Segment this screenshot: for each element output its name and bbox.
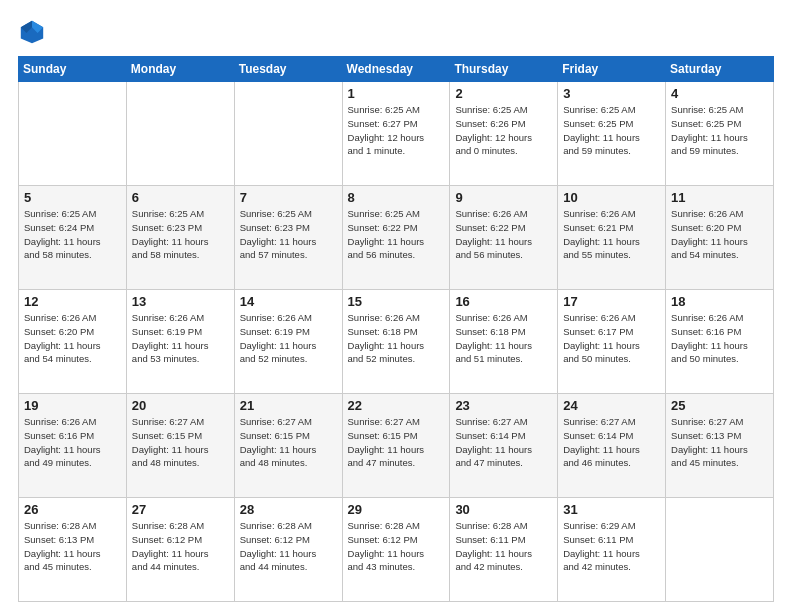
calendar-cell: 17Sunrise: 6:26 AM Sunset: 6:17 PM Dayli… — [558, 290, 666, 394]
day-info: Sunrise: 6:26 AM Sunset: 6:21 PM Dayligh… — [563, 207, 660, 262]
day-number: 26 — [24, 502, 121, 517]
day-number: 20 — [132, 398, 229, 413]
day-number: 5 — [24, 190, 121, 205]
calendar-week-row: 1Sunrise: 6:25 AM Sunset: 6:27 PM Daylig… — [19, 82, 774, 186]
day-number: 1 — [348, 86, 445, 101]
day-info: Sunrise: 6:28 AM Sunset: 6:12 PM Dayligh… — [132, 519, 229, 574]
calendar-cell: 24Sunrise: 6:27 AM Sunset: 6:14 PM Dayli… — [558, 394, 666, 498]
day-info: Sunrise: 6:27 AM Sunset: 6:13 PM Dayligh… — [671, 415, 768, 470]
calendar-cell: 15Sunrise: 6:26 AM Sunset: 6:18 PM Dayli… — [342, 290, 450, 394]
calendar-day-header: Thursday — [450, 57, 558, 82]
calendar-cell: 11Sunrise: 6:26 AM Sunset: 6:20 PM Dayli… — [666, 186, 774, 290]
calendar-cell: 10Sunrise: 6:26 AM Sunset: 6:21 PM Dayli… — [558, 186, 666, 290]
calendar-cell: 26Sunrise: 6:28 AM Sunset: 6:13 PM Dayli… — [19, 498, 127, 602]
day-info: Sunrise: 6:28 AM Sunset: 6:13 PM Dayligh… — [24, 519, 121, 574]
day-info: Sunrise: 6:25 AM Sunset: 6:25 PM Dayligh… — [563, 103, 660, 158]
day-number: 11 — [671, 190, 768, 205]
day-info: Sunrise: 6:25 AM Sunset: 6:26 PM Dayligh… — [455, 103, 552, 158]
day-number: 3 — [563, 86, 660, 101]
calendar-cell: 5Sunrise: 6:25 AM Sunset: 6:24 PM Daylig… — [19, 186, 127, 290]
day-number: 6 — [132, 190, 229, 205]
calendar-cell: 25Sunrise: 6:27 AM Sunset: 6:13 PM Dayli… — [666, 394, 774, 498]
day-number: 31 — [563, 502, 660, 517]
day-info: Sunrise: 6:26 AM Sunset: 6:18 PM Dayligh… — [455, 311, 552, 366]
calendar-day-header: Friday — [558, 57, 666, 82]
header — [18, 18, 774, 46]
calendar-cell: 9Sunrise: 6:26 AM Sunset: 6:22 PM Daylig… — [450, 186, 558, 290]
day-info: Sunrise: 6:29 AM Sunset: 6:11 PM Dayligh… — [563, 519, 660, 574]
day-number: 29 — [348, 502, 445, 517]
calendar-cell: 12Sunrise: 6:26 AM Sunset: 6:20 PM Dayli… — [19, 290, 127, 394]
calendar-day-header: Tuesday — [234, 57, 342, 82]
day-number: 23 — [455, 398, 552, 413]
day-info: Sunrise: 6:26 AM Sunset: 6:19 PM Dayligh… — [132, 311, 229, 366]
day-info: Sunrise: 6:25 AM Sunset: 6:23 PM Dayligh… — [240, 207, 337, 262]
day-info: Sunrise: 6:28 AM Sunset: 6:12 PM Dayligh… — [348, 519, 445, 574]
day-info: Sunrise: 6:27 AM Sunset: 6:14 PM Dayligh… — [455, 415, 552, 470]
day-number: 30 — [455, 502, 552, 517]
calendar-cell: 3Sunrise: 6:25 AM Sunset: 6:25 PM Daylig… — [558, 82, 666, 186]
day-number: 8 — [348, 190, 445, 205]
calendar-cell — [234, 82, 342, 186]
day-info: Sunrise: 6:26 AM Sunset: 6:16 PM Dayligh… — [671, 311, 768, 366]
calendar-cell: 4Sunrise: 6:25 AM Sunset: 6:25 PM Daylig… — [666, 82, 774, 186]
day-info: Sunrise: 6:26 AM Sunset: 6:20 PM Dayligh… — [671, 207, 768, 262]
logo-icon — [18, 18, 46, 46]
day-info: Sunrise: 6:27 AM Sunset: 6:15 PM Dayligh… — [132, 415, 229, 470]
calendar-cell: 30Sunrise: 6:28 AM Sunset: 6:11 PM Dayli… — [450, 498, 558, 602]
day-info: Sunrise: 6:26 AM Sunset: 6:20 PM Dayligh… — [24, 311, 121, 366]
day-number: 13 — [132, 294, 229, 309]
day-number: 28 — [240, 502, 337, 517]
day-info: Sunrise: 6:25 AM Sunset: 6:24 PM Dayligh… — [24, 207, 121, 262]
day-number: 4 — [671, 86, 768, 101]
calendar-week-row: 12Sunrise: 6:26 AM Sunset: 6:20 PM Dayli… — [19, 290, 774, 394]
calendar-week-row: 19Sunrise: 6:26 AM Sunset: 6:16 PM Dayli… — [19, 394, 774, 498]
day-info: Sunrise: 6:26 AM Sunset: 6:19 PM Dayligh… — [240, 311, 337, 366]
calendar-cell — [126, 82, 234, 186]
day-info: Sunrise: 6:26 AM Sunset: 6:22 PM Dayligh… — [455, 207, 552, 262]
day-number: 19 — [24, 398, 121, 413]
calendar-cell — [666, 498, 774, 602]
day-number: 17 — [563, 294, 660, 309]
day-info: Sunrise: 6:28 AM Sunset: 6:12 PM Dayligh… — [240, 519, 337, 574]
day-number: 18 — [671, 294, 768, 309]
calendar-cell: 16Sunrise: 6:26 AM Sunset: 6:18 PM Dayli… — [450, 290, 558, 394]
day-info: Sunrise: 6:27 AM Sunset: 6:14 PM Dayligh… — [563, 415, 660, 470]
calendar-cell: 14Sunrise: 6:26 AM Sunset: 6:19 PM Dayli… — [234, 290, 342, 394]
calendar-cell: 27Sunrise: 6:28 AM Sunset: 6:12 PM Dayli… — [126, 498, 234, 602]
logo — [18, 18, 50, 46]
calendar-day-header: Sunday — [19, 57, 127, 82]
calendar-cell: 28Sunrise: 6:28 AM Sunset: 6:12 PM Dayli… — [234, 498, 342, 602]
page: SundayMondayTuesdayWednesdayThursdayFrid… — [0, 0, 792, 612]
calendar-day-header: Wednesday — [342, 57, 450, 82]
calendar-cell: 7Sunrise: 6:25 AM Sunset: 6:23 PM Daylig… — [234, 186, 342, 290]
calendar-cell: 29Sunrise: 6:28 AM Sunset: 6:12 PM Dayli… — [342, 498, 450, 602]
day-info: Sunrise: 6:27 AM Sunset: 6:15 PM Dayligh… — [348, 415, 445, 470]
calendar: SundayMondayTuesdayWednesdayThursdayFrid… — [18, 56, 774, 602]
day-number: 15 — [348, 294, 445, 309]
day-info: Sunrise: 6:26 AM Sunset: 6:16 PM Dayligh… — [24, 415, 121, 470]
calendar-cell: 1Sunrise: 6:25 AM Sunset: 6:27 PM Daylig… — [342, 82, 450, 186]
calendar-cell: 2Sunrise: 6:25 AM Sunset: 6:26 PM Daylig… — [450, 82, 558, 186]
calendar-cell: 6Sunrise: 6:25 AM Sunset: 6:23 PM Daylig… — [126, 186, 234, 290]
calendar-day-header: Saturday — [666, 57, 774, 82]
day-number: 12 — [24, 294, 121, 309]
day-number: 21 — [240, 398, 337, 413]
calendar-week-row: 5Sunrise: 6:25 AM Sunset: 6:24 PM Daylig… — [19, 186, 774, 290]
calendar-cell: 18Sunrise: 6:26 AM Sunset: 6:16 PM Dayli… — [666, 290, 774, 394]
day-info: Sunrise: 6:25 AM Sunset: 6:27 PM Dayligh… — [348, 103, 445, 158]
calendar-week-row: 26Sunrise: 6:28 AM Sunset: 6:13 PM Dayli… — [19, 498, 774, 602]
day-number: 16 — [455, 294, 552, 309]
day-info: Sunrise: 6:25 AM Sunset: 6:23 PM Dayligh… — [132, 207, 229, 262]
day-info: Sunrise: 6:25 AM Sunset: 6:22 PM Dayligh… — [348, 207, 445, 262]
calendar-cell: 22Sunrise: 6:27 AM Sunset: 6:15 PM Dayli… — [342, 394, 450, 498]
day-number: 10 — [563, 190, 660, 205]
day-info: Sunrise: 6:26 AM Sunset: 6:17 PM Dayligh… — [563, 311, 660, 366]
day-info: Sunrise: 6:26 AM Sunset: 6:18 PM Dayligh… — [348, 311, 445, 366]
calendar-cell: 19Sunrise: 6:26 AM Sunset: 6:16 PM Dayli… — [19, 394, 127, 498]
calendar-header-row: SundayMondayTuesdayWednesdayThursdayFrid… — [19, 57, 774, 82]
day-number: 14 — [240, 294, 337, 309]
calendar-cell — [19, 82, 127, 186]
calendar-cell: 20Sunrise: 6:27 AM Sunset: 6:15 PM Dayli… — [126, 394, 234, 498]
day-number: 7 — [240, 190, 337, 205]
